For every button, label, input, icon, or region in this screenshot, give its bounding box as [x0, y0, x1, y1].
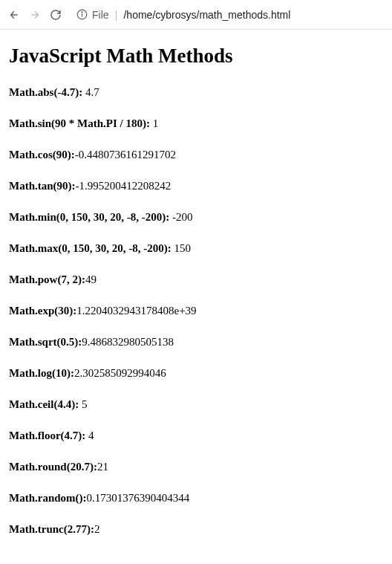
address-bar[interactable]: File | /home/cybrosys/math_methods.html: [70, 8, 385, 21]
method-value: 2.302585092994046: [74, 367, 166, 379]
method-row: Math.exp(30):1.2204032943178408e+39: [9, 304, 383, 317]
method-label: Math.log(10):: [9, 367, 74, 379]
method-row: Math.sin(90 * Math.PI / 180): 1: [9, 117, 383, 130]
method-row: Math.round(20.7):21: [9, 460, 383, 473]
methods-list: Math.abs(-4.7): 4.7Math.sin(90 * Math.PI…: [9, 85, 383, 536]
forward-button[interactable]: [28, 8, 42, 22]
method-label: Math.sin(90 * Math.PI / 180):: [9, 117, 153, 129]
method-value: 21: [97, 461, 108, 473]
method-label: Math.pow(7, 2):: [9, 273, 85, 285]
method-value: 2: [94, 523, 100, 535]
method-row: Math.abs(-4.7): 4.7: [9, 85, 383, 99]
method-row: Math.floor(4.7): 4: [9, 429, 383, 442]
method-value: 9.486832980505138: [82, 336, 174, 348]
method-row: Math.sqrt(0.5):9.486832980505138: [9, 335, 383, 349]
method-label: Math.abs(-4.7):: [9, 86, 85, 98]
browser-toolbar: File | /home/cybrosys/math_methods.html: [0, 0, 392, 30]
method-label: Math.round(20.7):: [9, 461, 97, 473]
method-value: 0.17301376390404344: [87, 492, 190, 504]
method-label: Math.floor(4.7):: [9, 430, 88, 441]
svg-point-2: [82, 12, 82, 13]
method-row: Math.random():0.17301376390404344: [9, 491, 383, 505]
method-value: -1.995200412208242: [76, 180, 172, 192]
method-value: 4: [88, 430, 94, 441]
method-label: Math.tan(90):: [9, 180, 76, 192]
method-row: Math.max(0, 150, 30, 20, -8, -200): 150: [9, 242, 383, 255]
page-content: JavaScript Math Methods Math.abs(-4.7): …: [0, 30, 392, 563]
method-row: Math.pow(7, 2):49: [9, 273, 383, 286]
method-label: Math.ceil(4.4):: [9, 398, 82, 410]
page-title: JavaScript Math Methods: [9, 45, 383, 68]
address-divider: |: [115, 8, 118, 21]
method-row: Math.trunc(2.77):2: [9, 522, 383, 536]
method-row: Math.log(10):2.302585092994046: [9, 366, 383, 380]
method-value: 4.7: [85, 86, 99, 98]
method-label: Math.cos(90):: [9, 149, 75, 161]
method-value: -0.4480736161291702: [75, 149, 176, 161]
url-path: /home/cybrosys/math_methods.html: [123, 9, 290, 21]
method-row: Math.tan(90):-1.995200412208242: [9, 179, 383, 192]
method-label: Math.sqrt(0.5):: [9, 336, 82, 348]
reload-button[interactable]: [49, 8, 62, 22]
method-row: Math.min(0, 150, 30, 20, -8, -200): -200: [9, 210, 383, 224]
method-label: Math.max(0, 150, 30, 20, -8, -200):: [9, 242, 174, 254]
file-scheme-label: File: [92, 9, 109, 21]
method-row: Math.ceil(4.4): 5: [9, 398, 383, 411]
back-button[interactable]: [7, 8, 21, 22]
method-label: Math.min(0, 150, 30, 20, -8, -200):: [9, 211, 172, 223]
method-value: -200: [172, 211, 193, 223]
method-value: 5: [82, 398, 88, 410]
method-row: Math.cos(90):-0.4480736161291702: [9, 148, 383, 161]
method-value: 1.2204032943178408e+39: [76, 305, 196, 317]
method-label: Math.trunc(2.77):: [9, 523, 94, 535]
info-icon: [76, 9, 88, 21]
method-value: 49: [85, 273, 97, 285]
method-value: 1: [153, 117, 159, 129]
method-value: 150: [174, 242, 191, 254]
method-label: Math.exp(30):: [9, 305, 76, 317]
method-label: Math.random():: [9, 492, 87, 504]
